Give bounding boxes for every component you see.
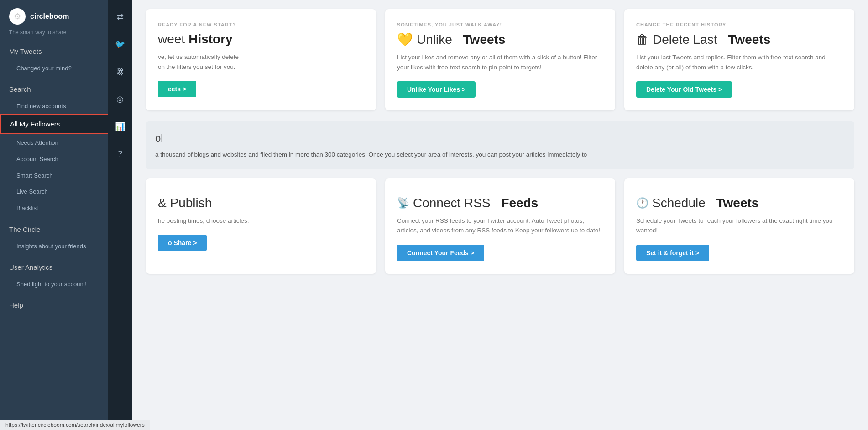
card-rss-feeds: 📡 Connect RSS Feeds Connect your RSS fee…: [385, 178, 615, 274]
card-schedule-tweets: 🕐 Schedule Tweets Schedule your Tweets t…: [624, 178, 854, 274]
sidebar-item-blacklist-label: Blacklist: [16, 205, 114, 211]
status-bar: https://twitter.circleboom.com/search/in…: [0, 420, 150, 430]
rss-icon: 📡: [397, 197, 409, 209]
card-desc-5: Schedule your Tweets to reach your follo…: [636, 216, 842, 236]
logo-icon: ⚙: [9, 8, 26, 25]
card-desc-1: List your likes and remove any or all of…: [397, 52, 603, 72]
share-icon[interactable]: ⇄: [111, 8, 129, 26]
sidebar-item-search-label: Search: [9, 85, 120, 93]
twitter-icon[interactable]: 🐦: [111, 36, 129, 53]
card-desc-0: ve, let us automatically deleteon the fi…: [158, 52, 364, 72]
sidebar-item-smart-search-label: Smart Search: [16, 172, 111, 179]
sidebar: ⚙ circleboom The smart way to share My T…: [0, 0, 132, 430]
section-bar: ol a thousand of blogs and websites and …: [146, 121, 854, 169]
sidebar-item-search-sublabel: Find new accounts: [16, 103, 66, 110]
sidebar-item-the-circle-sublabel: Insights about your friends: [16, 243, 86, 250]
chart-icon[interactable]: 📊: [111, 118, 129, 135]
card-btn-rss[interactable]: Connect Your Feeds >: [397, 245, 484, 261]
card-desc-2: List your last Tweets and replies. Filte…: [636, 52, 842, 72]
card-btn-0[interactable]: eets >: [158, 81, 196, 97]
heart-emoji: 💛: [397, 32, 413, 47]
card-btn-delete[interactable]: Delete Your Old Tweets >: [636, 81, 732, 98]
card-title-1: 💛 Unlike Tweets: [397, 32, 603, 47]
sidebar-item-needs-attention-label: Needs Attention: [16, 139, 111, 146]
section-bar-title: ol: [146, 130, 854, 149]
card-btn-schedule[interactable]: Set it & forget it >: [636, 245, 709, 261]
card-desc-3: he posting times, choose articles,: [158, 216, 364, 226]
card-title-3: & Publish: [158, 196, 364, 210]
sidebar-item-help-label: Help: [9, 301, 121, 309]
cards-row-2: & Publish he posting times, choose artic…: [146, 178, 854, 274]
sidebar-item-all-followers-label: All My Followers: [10, 120, 112, 128]
icon-strip: ⇄ 🐦 ⛓ ◎ 📊 ?: [108, 0, 132, 430]
sidebar-item-user-analytics-label: User Analytics: [9, 263, 121, 271]
clock-icon: 🕐: [636, 197, 648, 209]
trash-emoji: 🗑: [636, 32, 649, 47]
card-publish: & Publish he posting times, choose artic…: [146, 178, 376, 274]
card-title-2: 🗑 Delete Last Tweets: [636, 32, 842, 47]
help-icon[interactable]: ?: [111, 145, 129, 163]
sidebar-item-account-search-label: Account Search: [16, 156, 111, 163]
main-content: READY FOR A NEW START? weet History ve, …: [132, 0, 868, 430]
cards-row-1: READY FOR A NEW START? weet History ve, …: [146, 9, 854, 110]
card-tag-0: READY FOR A NEW START?: [158, 22, 364, 27]
status-url: https://twitter.circleboom.com/search/in…: [5, 422, 145, 428]
network-icon[interactable]: ⛓: [111, 63, 129, 80]
circle-icon[interactable]: ◎: [111, 90, 129, 108]
card-unlike-tweets: SOMETIMES, YOU JUST WALK AWAY! 💛 Unlike …: [385, 9, 615, 110]
card-btn-publish[interactable]: o Share >: [158, 235, 207, 251]
card-delete-tweets: CHANGE THE RECENT HISTORY! 🗑 Delete Last…: [624, 9, 854, 110]
card-btn-unlike[interactable]: Unlike Your Likes >: [397, 81, 476, 98]
section-bar-desc: a thousand of blogs and websites and fil…: [146, 150, 854, 166]
card-tag-2: CHANGE THE RECENT HISTORY!: [636, 22, 842, 27]
logo-text: circleboom: [30, 12, 69, 21]
card-title-4: 📡 Connect RSS Feeds: [397, 196, 603, 210]
sidebar-item-live-search-label: Live Search: [16, 188, 116, 195]
card-tweet-history: READY FOR A NEW START? weet History ve, …: [146, 9, 376, 110]
card-desc-4: Connect your RSS feeds to your Twitter a…: [397, 216, 603, 236]
sidebar-item-mytweets-sublabel: Changed your mind?: [16, 65, 72, 72]
card-title-5: 🕐 Schedule Tweets: [636, 196, 842, 210]
card-tag-1: SOMETIMES, YOU JUST WALK AWAY!: [397, 22, 603, 27]
card-title-0: weet History: [158, 32, 364, 47]
sidebar-item-user-analytics-sublabel: Shed light to your account!: [16, 281, 87, 288]
sidebar-item-mytweets-label: My Tweets: [9, 47, 121, 55]
sidebar-item-the-circle-label: The Circle: [9, 225, 121, 233]
